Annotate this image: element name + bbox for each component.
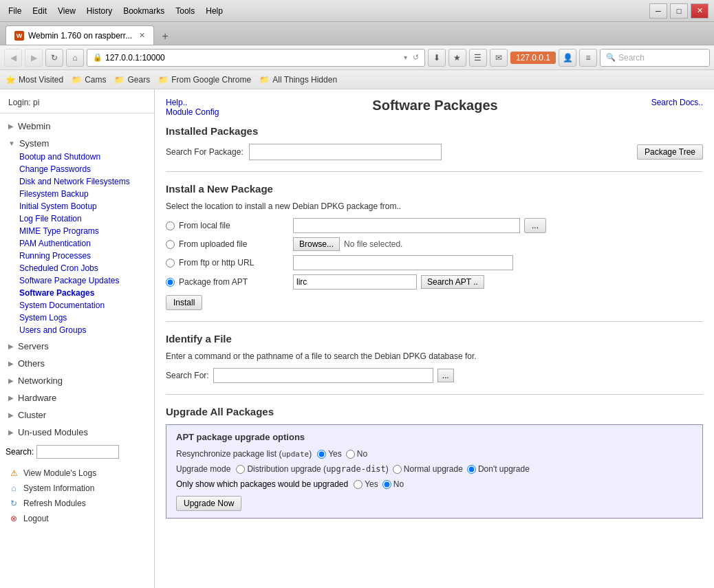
browser-menu-file[interactable]: File — [6, 6, 24, 16]
local-file-label[interactable]: From local file — [179, 221, 289, 230]
nav-bookmark-star-button[interactable]: ★ — [448, 49, 466, 67]
ftp-url-radio[interactable] — [166, 259, 175, 268]
sidebar-item-initial-system[interactable]: Initial System Bootup — [0, 200, 154, 213]
identify-description: Enter a command or the pathname of a fil… — [166, 351, 703, 361]
dont-upgrade-label[interactable]: Don't upgrade — [467, 464, 530, 474]
install-button[interactable]: Install — [166, 295, 202, 310]
bookmark-gears[interactable]: 📁 Gears — [114, 75, 150, 85]
nav-menu-button[interactable]: ≡ — [579, 49, 597, 67]
ftp-url-input[interactable] — [293, 255, 513, 270]
bookmark-all-things-hidden[interactable]: 📁 All Things Hidden — [259, 75, 337, 85]
local-file-input[interactable] — [293, 218, 520, 233]
bookmark-google-chrome[interactable]: 📁 From Google Chrome — [158, 75, 251, 85]
local-file-browse-button[interactable]: ... — [524, 218, 546, 233]
sidebar-item-running-processes[interactable]: Running Processes — [0, 250, 154, 262]
sidebar-group-system[interactable]: ▼ System — [0, 136, 154, 151]
search-package-input[interactable] — [249, 144, 442, 160]
browser-search-bar[interactable]: 🔍 Search — [600, 49, 710, 67]
system-information-item[interactable]: ⌂ System Information — [6, 481, 149, 496]
apt-package-label[interactable]: Package from APT — [179, 277, 289, 287]
sidebar-item-log-file[interactable]: Log File Rotation — [0, 213, 154, 225]
nav-forward-button[interactable]: ▶ — [25, 49, 43, 67]
upgrade-now-button[interactable]: Upgrade Now — [176, 496, 241, 511]
sidebar-item-bootup-shutdown[interactable]: Bootup and Shutdown — [0, 151, 154, 163]
sidebar-group-others[interactable]: ▶ Others — [0, 356, 154, 371]
sidebar-group-cluster[interactable]: ▶ Cluster — [0, 408, 154, 422]
sidebar-item-change-passwords[interactable]: Change Passwords — [0, 163, 154, 175]
sidebar-item-system-doc[interactable]: System Documentation — [0, 299, 154, 312]
minimize-button[interactable]: ─ — [649, 3, 667, 19]
sidebar-item-software-packages[interactable]: Software Packages — [0, 287, 154, 299]
sidebar-item-filesystem-backup[interactable]: Filesystem Backup — [0, 188, 154, 200]
apt-package-input[interactable] — [293, 274, 417, 290]
module-config-link[interactable]: Module Config — [166, 107, 219, 117]
only-show-yes-radio[interactable] — [354, 480, 363, 489]
sidebar-group-hardware[interactable]: ▶ Hardware — [0, 391, 154, 405]
browser-menu-tools[interactable]: Tools — [173, 6, 197, 16]
dist-upgrade-label[interactable]: Distribution upgrade (upgrade-dist) — [236, 464, 388, 474]
browser-menu-view[interactable]: View — [55, 6, 78, 16]
resync-no-radio[interactable] — [346, 450, 355, 459]
help-link[interactable]: Help.. — [166, 98, 219, 107]
installed-packages-title: Installed Packages — [166, 125, 703, 137]
close-button[interactable]: ✕ — [691, 3, 708, 19]
active-tab[interactable]: W Webmin 1.760 on raspberr... ✕ — [6, 25, 154, 45]
maximize-button[interactable]: □ — [670, 3, 688, 19]
bookmark-most-visited[interactable]: ⭐ Most Visited — [6, 75, 63, 85]
sidebar-item-scheduled-cron[interactable]: Scheduled Cron Jobs — [0, 262, 154, 274]
dont-upgrade-radio[interactable] — [467, 465, 476, 474]
nav-share-button[interactable]: ✉ — [490, 49, 508, 67]
only-show-no-radio[interactable] — [382, 480, 391, 489]
view-module-logs-item[interactable]: ⚠ View Module's Logs — [6, 466, 149, 481]
sidebar-item-mime-type[interactable]: MIME Type Programs — [0, 225, 154, 237]
ftp-url-label[interactable]: From ftp or http URL — [179, 258, 289, 268]
sidebar-group-webmin[interactable]: ▶ Webmin — [0, 119, 154, 133]
only-show-no-label[interactable]: No — [382, 479, 404, 489]
local-file-radio[interactable] — [166, 221, 175, 230]
nav-library-button[interactable]: ☰ — [469, 49, 487, 67]
nav-back-button[interactable]: ◀ — [4, 49, 22, 67]
refresh-modules-item[interactable]: ↻ Refresh Modules — [6, 496, 149, 511]
search-docs-link[interactable]: Search Docs.. — [651, 98, 703, 107]
bookmark-label: Most Visited — [19, 75, 63, 85]
sidebar-search-input[interactable] — [36, 445, 119, 459]
nav-reload-button[interactable]: ↻ — [45, 49, 63, 67]
browser-menu-history[interactable]: History — [84, 6, 115, 16]
search-apt-button[interactable]: Search APT .. — [421, 275, 484, 289]
resync-no-label[interactable]: No — [346, 449, 367, 459]
tab-close-button[interactable]: ✕ — [139, 31, 145, 40]
normal-upgrade-radio[interactable] — [393, 465, 402, 474]
view-module-logs-label: View Module's Logs — [23, 468, 96, 478]
resync-yes-label[interactable]: Yes — [317, 449, 342, 459]
sidebar-item-pam-auth[interactable]: PAM Authentication — [0, 237, 154, 250]
sidebar-item-users-groups[interactable]: Users and Groups — [0, 324, 154, 336]
uploaded-file-label[interactable]: From uploaded file — [179, 239, 289, 249]
sidebar-item-system-logs[interactable]: System Logs — [0, 312, 154, 324]
sidebar-item-disk-network[interactable]: Disk and Network Filesystems — [0, 175, 154, 188]
sidebar-group-networking[interactable]: ▶ Networking — [0, 373, 154, 388]
nav-profile-button[interactable]: 👤 — [559, 49, 576, 67]
browser-menu-bookmarks[interactable]: Bookmarks — [120, 6, 167, 16]
search-for-button[interactable]: ... — [437, 369, 454, 382]
apt-package-radio[interactable] — [166, 278, 175, 287]
uploaded-browse-button[interactable]: Browse... — [293, 237, 340, 251]
normal-upgrade-label[interactable]: Normal upgrade — [393, 464, 463, 474]
address-bar[interactable]: 🔒 127.0.0.1:10000 ▾ ↺ — [87, 49, 425, 67]
nav-download-button[interactable]: ⬇ — [428, 49, 446, 67]
search-for-input[interactable] — [213, 368, 433, 383]
sidebar-group-unused[interactable]: ▶ Un-used Modules — [0, 425, 154, 439]
logout-item[interactable]: ⊗ Logout — [6, 511, 149, 526]
new-tab-button[interactable]: + — [157, 28, 173, 45]
dist-upgrade-radio[interactable] — [236, 465, 245, 474]
ip-badge[interactable]: 127.0.0.1 — [510, 52, 556, 64]
sidebar-item-software-updates[interactable]: Software Package Updates — [0, 274, 154, 287]
resync-yes-radio[interactable] — [317, 450, 326, 459]
package-tree-button[interactable]: Package Tree — [637, 144, 703, 160]
sidebar-group-servers[interactable]: ▶ Servers — [0, 339, 154, 353]
uploaded-file-radio[interactable] — [166, 240, 175, 249]
bookmark-cams[interactable]: 📁 Cams — [72, 75, 106, 85]
browser-menu-help[interactable]: Help — [203, 6, 226, 16]
only-show-yes-label[interactable]: Yes — [354, 479, 378, 489]
nav-home-button[interactable]: ⌂ — [66, 49, 84, 67]
browser-menu-edit[interactable]: Edit — [30, 6, 50, 16]
